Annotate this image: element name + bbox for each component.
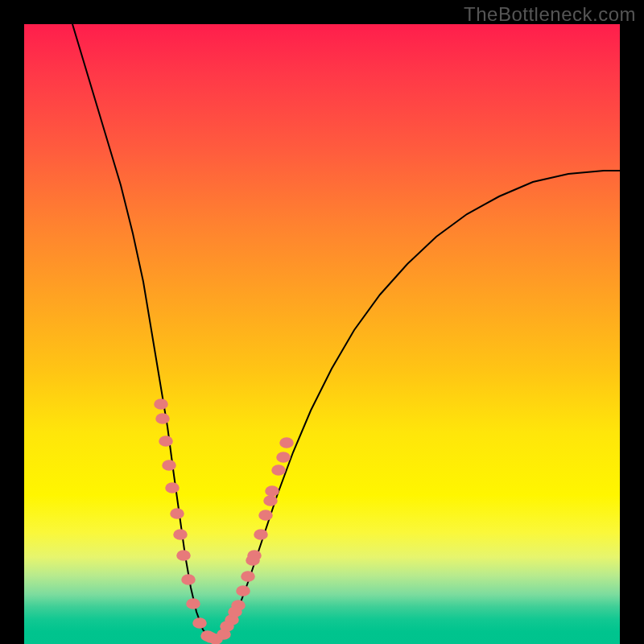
plot-area (24, 24, 620, 644)
data-marker (170, 508, 184, 519)
data-marker (176, 550, 191, 561)
right-branch-line (214, 171, 620, 641)
data-marker (204, 632, 218, 643)
data-marker (279, 437, 294, 448)
data-marker (241, 571, 255, 582)
curves-layer (24, 24, 620, 644)
data-marker (173, 529, 188, 540)
data-marker (165, 482, 180, 493)
data-marker (154, 398, 168, 410)
data-marker (159, 436, 173, 447)
data-marker (246, 555, 260, 566)
left-branch-line (72, 24, 214, 641)
marker-layer (154, 398, 294, 644)
data-marker (155, 413, 170, 424)
data-marker (186, 598, 200, 609)
data-marker (220, 621, 234, 632)
data-marker (192, 617, 207, 629)
data-marker (228, 606, 242, 617)
data-marker (265, 485, 279, 497)
curve-lines (72, 24, 620, 641)
data-marker (181, 574, 196, 585)
data-marker (162, 460, 176, 471)
data-marker (236, 585, 250, 597)
data-marker (258, 510, 273, 521)
data-marker (254, 529, 268, 540)
data-marker (271, 464, 286, 476)
watermark-text: TheBottleneck.com (464, 3, 636, 26)
data-marker (263, 495, 278, 506)
data-marker (276, 452, 291, 463)
chart-frame: TheBottleneck.com (0, 0, 644, 644)
